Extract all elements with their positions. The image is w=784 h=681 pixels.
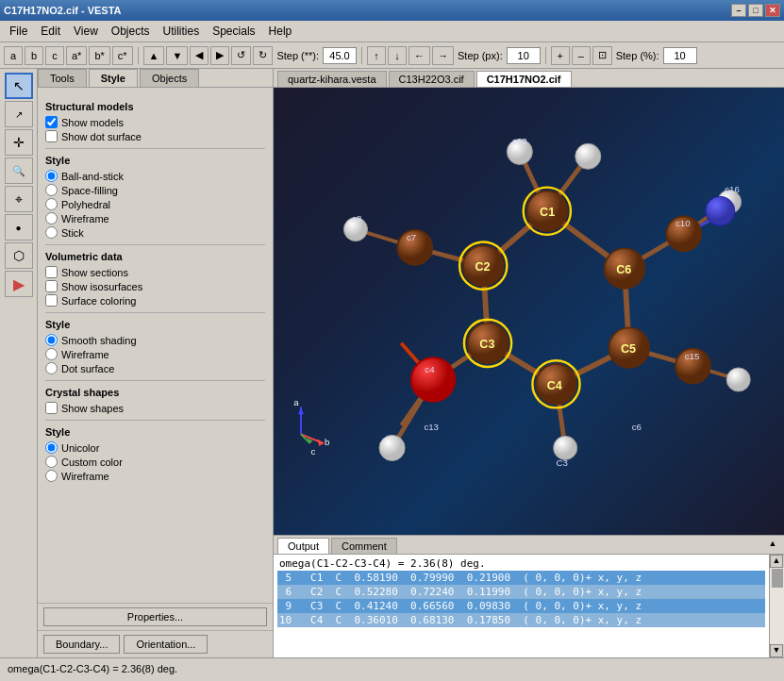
stick-radio[interactable] [45,226,58,239]
wireframe-radio[interactable] [45,212,58,224]
file-tab-quartz[interactable]: quartz-kihara.vesta [277,71,387,87]
unicolor-row: Unicolor [45,441,265,454]
crystal-wireframe-radio[interactable] [45,470,58,482]
axis-c[interactable]: c [45,46,64,65]
viewport[interactable]: C1 C2 C3 C4 C5 C6 c8 c12 c16 c7 c10 c15 … [274,88,784,535]
molecule-svg: C1 C2 C3 C4 C5 C6 c8 c12 c16 c7 c10 c15 … [274,88,784,535]
stick-row: Stick [45,226,265,239]
show-dot-surface-label: Show dot surface [61,131,142,142]
svg-text:c: c [311,446,316,457]
atom-h-right-bot [726,368,750,391]
zoom-tool-btn[interactable]: 🔍 [5,158,33,184]
tab-tools[interactable]: Tools [38,69,87,87]
rot-right[interactable]: ▶ [210,46,229,65]
smooth-shading-radio[interactable] [45,334,58,346]
trans-left[interactable]: ← [409,46,430,65]
menu-view[interactable]: View [68,23,104,40]
tab-objects[interactable]: Objects [140,69,199,87]
menu-help[interactable]: Help [263,23,298,40]
unicolor-label: Unicolor [61,442,99,454]
step-angle-input[interactable] [323,47,357,64]
menu-objects[interactable]: Objects [106,23,156,40]
label-c5: C5 [621,342,636,356]
bond-tool-btn[interactable]: ⌖ [5,186,33,212]
sep1 [138,47,139,64]
surface-coloring-checkbox[interactable] [45,294,58,307]
panel-content: Structural models Show models Show dot s… [38,88,273,603]
panel-buttons: Properties... [38,603,273,630]
menu-file[interactable]: File [4,23,33,40]
file-tab-c13[interactable]: C13H22O3.cif [389,71,475,87]
axis-bstar[interactable]: b* [89,46,109,65]
properties-button[interactable]: Properties... [43,607,267,626]
step-angle-label: Step (**): [276,50,319,61]
axis-b[interactable]: b [25,46,43,65]
menu-edit[interactable]: Edit [35,23,66,40]
zoom-minus-btn[interactable]: – [572,46,591,65]
svg-text:a: a [293,397,299,407]
export-tool-btn[interactable]: ▶ [5,271,33,297]
trans-down[interactable]: ↓ [388,46,407,65]
axis-cstar[interactable]: c* [112,46,133,65]
atom-h-bot [554,436,577,459]
title-bar: C17H17NO2.cif - VESTA – □ ✕ [0,0,784,21]
measure-tool-btn[interactable]: ⬡ [5,242,33,269]
show-models-checkbox[interactable] [45,116,58,128]
rot-left[interactable]: ◀ [190,46,209,65]
rot-ccw[interactable]: ↺ [231,46,251,65]
move-tool-btn[interactable]: ✛ [5,129,33,156]
show-dot-surface-checkbox[interactable] [45,130,58,142]
orientation-button[interactable]: Orientation... [124,635,208,654]
tab-style[interactable]: Style [89,69,138,87]
menu-specials[interactable]: Specials [207,23,260,40]
rot-cw[interactable]: ↻ [253,46,273,65]
pointer-tool-btn[interactable]: ↗ [5,101,33,127]
scroll-thumb [772,569,783,588]
vol-style-title: Style [45,319,265,330]
maximize-button[interactable]: □ [748,4,763,17]
custom-color-radio[interactable] [45,456,58,468]
menu-utilities[interactable]: Utilities [158,23,206,40]
axis-a[interactable]: a [4,46,23,65]
select-tool-btn[interactable]: ↖ [5,73,33,99]
scroll-down-btn[interactable]: ▼ [770,644,783,657]
file-tab-c17[interactable]: C17H17NO2.cif [476,71,572,87]
output-row-3: 10 C4 C 0.36010 0.68130 0.17850 ( 0, 0, … [277,613,765,627]
space-fill-radio[interactable] [45,184,58,196]
rot-down[interactable]: ▼ [166,46,188,65]
output-tab-comment[interactable]: Comment [331,538,397,554]
show-shapes-row: Show shapes [45,402,265,414]
show-shapes-checkbox[interactable] [45,402,58,414]
step-pct-input[interactable] [663,47,697,64]
zoom-plus-btn[interactable]: + [551,46,570,65]
vol-wireframe-radio[interactable] [45,348,58,360]
output-row-2: 9 C3 C 0.41240 0.66560 0.09830 ( 0, 0, 0… [277,599,765,613]
ball-stick-radio[interactable] [45,170,58,182]
unicolor-radio[interactable] [45,441,58,454]
axis-astar[interactable]: a* [66,46,87,65]
polyhedral-radio[interactable] [45,198,58,210]
scroll-up-btn[interactable]: ▲ [770,555,783,568]
label-c13: c13 [424,422,439,432]
trans-right[interactable]: → [432,46,454,65]
show-isosurfaces-checkbox[interactable] [45,280,58,292]
window-title: C17H17NO2.cif - VESTA [4,5,122,16]
dot-surface-radio[interactable] [45,362,58,374]
output-tab-output[interactable]: Output [277,538,329,554]
atom-h-top2 [575,143,601,169]
trans-up[interactable]: ↑ [367,46,386,65]
ball-stick-label: Ball-and-stick [61,171,124,182]
show-dot-surface-row: Show dot surface [45,130,265,142]
smooth-shading-label: Smooth shading [61,335,137,346]
rot-up[interactable]: ▲ [143,46,165,65]
show-sections-checkbox[interactable] [45,266,58,278]
surface-coloring-row: Surface coloring [45,294,265,307]
step-px-input[interactable] [507,47,541,64]
window-controls: – □ ✕ [731,4,780,17]
minimize-button[interactable]: – [731,4,746,17]
atom-tool-btn[interactable]: ● [5,214,33,241]
zoom-fit-btn[interactable]: ⊡ [592,46,612,65]
close-button[interactable]: ✕ [765,4,780,17]
boundary-button[interactable]: Boundary... [43,635,120,654]
polyhedral-label: Polyhedral [61,199,110,210]
